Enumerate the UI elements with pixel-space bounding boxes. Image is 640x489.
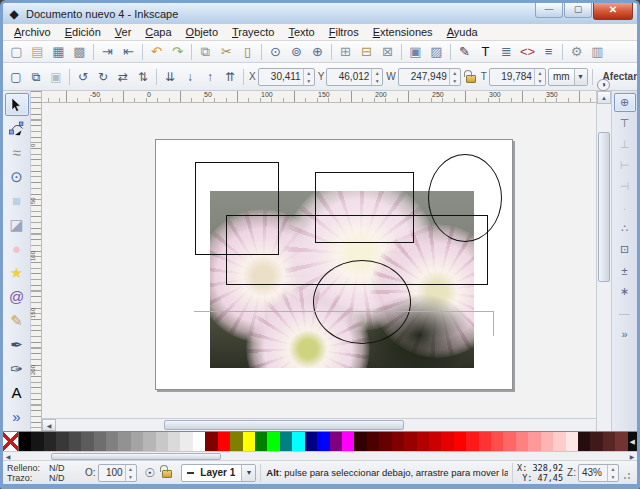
height-spinner[interactable]: ▲▼ — [534, 69, 545, 85]
page[interactable] — [155, 139, 513, 390]
open-document-icon[interactable]: ▤ — [27, 42, 48, 61]
layer-dropdown[interactable]: Layer 1 ▼ — [181, 464, 256, 482]
preferences-icon[interactable]: ⚙ — [566, 42, 587, 61]
rotate-ccw-icon[interactable]: ↺ — [73, 67, 93, 86]
zoom-selection-icon[interactable]: ⊚ — [286, 42, 307, 61]
x-input[interactable] — [259, 69, 303, 85]
color-swatch[interactable] — [243, 432, 255, 451]
color-swatch[interactable] — [205, 432, 217, 451]
text-dialog-icon[interactable]: T — [475, 42, 496, 61]
resize-grip[interactable] — [623, 464, 633, 482]
minimize-button[interactable]: — — [535, 3, 563, 18]
new-document-icon[interactable]: ▢ — [6, 42, 27, 61]
y-spinner[interactable]: ▲▼ — [371, 69, 382, 85]
color-swatch[interactable] — [528, 432, 540, 451]
x-spinner[interactable]: ▲▼ — [303, 69, 314, 85]
color-swatch[interactable] — [441, 432, 453, 451]
color-swatch[interactable] — [131, 432, 143, 451]
lower-to-bottom-icon[interactable]: ⇊ — [160, 67, 180, 86]
color-swatch[interactable] — [280, 432, 292, 451]
gray-path-horizontal[interactable] — [194, 311, 494, 312]
width-spinner[interactable]: ▲▼ — [449, 69, 460, 85]
copy-icon[interactable]: ⧉ — [195, 42, 216, 61]
color-swatch[interactable] — [56, 432, 68, 451]
node-tool-icon[interactable] — [5, 117, 29, 140]
lock-ratio-icon[interactable] — [466, 75, 476, 83]
menu-item-trayecto[interactable]: Trayecto — [225, 25, 281, 39]
box3d-tool-icon[interactable]: ◪ — [5, 213, 29, 236]
color-swatch[interactable] — [503, 432, 515, 451]
snap-bbox-centers-icon[interactable]: ∙ — [614, 198, 636, 217]
palette-scroll-left-icon[interactable]: ◀ — [3, 453, 13, 460]
cut-icon[interactable]: ✂ — [216, 42, 237, 61]
palette-scrollbar[interactable]: ◀ ▶ — [3, 451, 637, 460]
unlink-clone-icon[interactable]: ⊠ — [377, 42, 398, 61]
menu-item-texto[interactable]: Texto — [281, 25, 321, 39]
selector-tool-icon[interactable] — [5, 93, 29, 116]
zoom-page-icon[interactable]: ⊕ — [307, 42, 328, 61]
menu-item-edición[interactable]: Edición — [58, 25, 108, 39]
color-swatch[interactable] — [19, 432, 31, 451]
color-swatch[interactable] — [516, 432, 528, 451]
menu-item-filtros[interactable]: Filtros — [322, 25, 366, 39]
snap-bbox-midpoints-icon[interactable]: ⊣ — [614, 177, 636, 196]
lower-icon[interactable]: ↓ — [180, 67, 200, 86]
color-swatch[interactable] — [31, 432, 43, 451]
color-swatch[interactable] — [553, 432, 565, 451]
horizontal-scroll-thumb[interactable] — [164, 420, 404, 430]
layer-visibility-eye-icon[interactable]: ☉ — [145, 466, 156, 480]
color-swatch[interactable] — [615, 432, 627, 451]
vertical-scroll-thumb[interactable] — [598, 132, 610, 282]
scroll-up-icon[interactable]: ▲ — [597, 91, 611, 104]
color-swatch[interactable] — [317, 432, 329, 451]
color-swatch[interactable] — [230, 432, 242, 451]
menu-item-capa[interactable]: Capa — [138, 25, 178, 39]
import-document-icon[interactable]: ⇥ — [97, 42, 118, 61]
color-swatch[interactable] — [94, 432, 106, 451]
vertical-scrollbar[interactable]: ◑ ▲ — [596, 91, 611, 431]
align-dialog-icon[interactable]: ≡ — [538, 42, 559, 61]
calligraphy-tool-icon[interactable]: ✑ — [5, 357, 29, 380]
no-color-swatch[interactable] — [3, 432, 19, 451]
text-tool-icon[interactable]: A — [5, 381, 29, 404]
print-document-icon[interactable]: ▩ — [69, 42, 90, 61]
color-swatch[interactable] — [118, 432, 130, 451]
color-swatch[interactable] — [305, 432, 317, 451]
canvas[interactable] — [42, 103, 596, 418]
color-swatch[interactable] — [417, 432, 429, 451]
paste-icon[interactable]: ▯ — [237, 42, 258, 61]
document-properties-icon[interactable]: ▥ — [587, 42, 608, 61]
ellipse-shape-2[interactable] — [313, 260, 411, 344]
save-document-icon[interactable]: ▦ — [48, 42, 69, 61]
tweak-tool-icon[interactable]: ≈ — [5, 141, 29, 164]
menu-item-ayuda[interactable]: Ayuda — [440, 25, 485, 39]
snap-bbox-corners-icon[interactable]: ⊢ — [614, 156, 636, 175]
color-swatch[interactable] — [392, 432, 404, 451]
raise-to-top-icon[interactable]: ⇈ — [220, 67, 240, 86]
ellipse-tool-icon[interactable]: ● — [5, 237, 29, 260]
fill-stroke-indicator[interactable]: Relleno: N/D Trazo: N/D — [7, 463, 75, 483]
menu-item-extensiones[interactable]: Extensiones — [366, 25, 440, 39]
color-swatch[interactable] — [267, 432, 279, 451]
duplicate-icon[interactable]: ⊞ — [335, 42, 356, 61]
select-all-layers-icon[interactable]: ⧉ — [26, 67, 46, 86]
zoom-tool-icon[interactable]: ⊙ — [5, 165, 29, 188]
color-swatch[interactable] — [330, 432, 342, 451]
color-swatch[interactable] — [292, 432, 304, 451]
horizontal-ruler[interactable]: -50050100150200250300350 — [42, 91, 596, 103]
layers-dialog-icon[interactable]: ≣ — [496, 42, 517, 61]
color-swatch[interactable] — [566, 432, 578, 451]
color-swatch[interactable] — [106, 432, 118, 451]
snap-smooth-nodes-icon[interactable]: — — [614, 303, 636, 322]
ellipse-shape-1[interactable] — [428, 154, 502, 242]
color-swatch[interactable] — [404, 432, 416, 451]
palette-scroll-thumb[interactable] — [51, 453, 221, 460]
star-tool-icon[interactable]: ★ — [5, 261, 29, 284]
color-swatch[interactable] — [541, 432, 553, 451]
rotate-cw-icon[interactable]: ↻ — [93, 67, 113, 86]
xml-editor-icon[interactable]: <> — [517, 42, 538, 61]
menu-item-ver[interactable]: Ver — [108, 25, 139, 39]
color-swatch[interactable] — [379, 432, 391, 451]
color-swatch[interactable] — [156, 432, 168, 451]
color-swatch[interactable] — [44, 432, 56, 451]
